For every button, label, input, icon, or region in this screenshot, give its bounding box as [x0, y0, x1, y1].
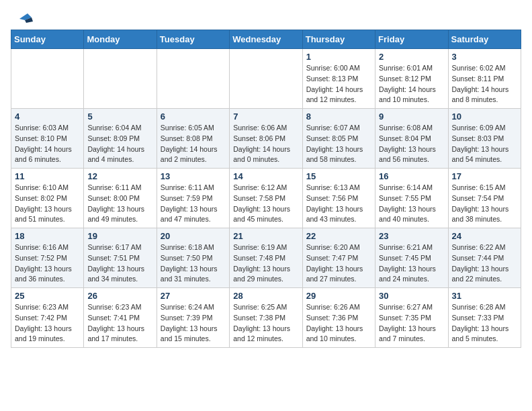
day-header-sunday: Sunday [11, 30, 84, 49]
calendar-cell: 5Sunrise: 6:04 AMSunset: 8:09 PMDaylight… [84, 109, 157, 169]
day-number: 10 [452, 111, 517, 122]
calendar-cell: 17Sunrise: 6:15 AMSunset: 7:54 PMDayligh… [448, 169, 521, 228]
calendar-cell: 1Sunrise: 6:00 AMSunset: 8:13 PMDaylight… [302, 49, 375, 109]
day-info: Sunrise: 6:11 AMSunset: 8:00 PMDaylight:… [87, 183, 152, 225]
logo [11, 11, 33, 23]
day-info: Sunrise: 6:12 AMSunset: 7:58 PMDaylight:… [233, 183, 298, 225]
calendar-cell: 28Sunrise: 6:25 AMSunset: 7:38 PMDayligh… [230, 288, 302, 348]
day-header-monday: Monday [84, 30, 157, 49]
calendar-week-row: 1Sunrise: 6:00 AMSunset: 8:13 PMDaylight… [11, 49, 521, 109]
day-header-saturday: Saturday [448, 30, 521, 49]
calendar-week-row: 25Sunrise: 6:23 AMSunset: 7:42 PMDayligh… [11, 288, 521, 348]
day-info: Sunrise: 6:25 AMSunset: 7:38 PMDaylight:… [233, 302, 298, 345]
day-header-thursday: Thursday [302, 30, 375, 49]
day-info: Sunrise: 6:23 AMSunset: 7:41 PMDaylight:… [87, 302, 152, 345]
calendar-cell: 27Sunrise: 6:24 AMSunset: 7:39 PMDayligh… [157, 288, 229, 348]
calendar-cell: 2Sunrise: 6:01 AMSunset: 8:12 PMDaylight… [375, 49, 448, 109]
calendar-cell: 3Sunrise: 6:02 AMSunset: 8:11 PMDaylight… [448, 49, 521, 109]
day-number: 25 [15, 291, 80, 301]
day-number: 26 [87, 291, 152, 301]
calendar-cell: 12Sunrise: 6:11 AMSunset: 8:00 PMDayligh… [84, 169, 157, 228]
calendar-week-row: 4Sunrise: 6:03 AMSunset: 8:10 PMDaylight… [11, 109, 521, 169]
day-number: 21 [233, 231, 298, 241]
day-info: Sunrise: 6:01 AMSunset: 8:12 PMDaylight:… [379, 63, 444, 105]
day-number: 27 [161, 291, 226, 301]
day-info: Sunrise: 6:09 AMSunset: 8:03 PMDaylight:… [452, 123, 517, 165]
day-number: 7 [233, 111, 298, 122]
day-number: 9 [379, 111, 444, 122]
day-number: 18 [15, 231, 80, 241]
day-number: 29 [306, 291, 371, 301]
day-number: 28 [233, 291, 298, 301]
calendar-cell [84, 49, 157, 109]
calendar-cell: 7Sunrise: 6:06 AMSunset: 8:06 PMDaylight… [230, 109, 302, 169]
calendar-cell: 26Sunrise: 6:23 AMSunset: 7:41 PMDayligh… [84, 288, 157, 348]
calendar-cell: 18Sunrise: 6:16 AMSunset: 7:52 PMDayligh… [11, 228, 84, 288]
day-info: Sunrise: 6:24 AMSunset: 7:39 PMDaylight:… [161, 302, 226, 345]
day-number: 14 [233, 171, 298, 181]
calendar-cell: 9Sunrise: 6:08 AMSunset: 8:04 PMDaylight… [375, 109, 448, 169]
day-info: Sunrise: 6:14 AMSunset: 7:55 PMDaylight:… [379, 183, 444, 225]
day-info: Sunrise: 6:26 AMSunset: 7:36 PMDaylight:… [306, 302, 371, 345]
calendar-cell: 19Sunrise: 6:17 AMSunset: 7:51 PMDayligh… [84, 228, 157, 288]
calendar-cell: 8Sunrise: 6:07 AMSunset: 8:05 PMDaylight… [302, 109, 375, 169]
day-number: 13 [161, 171, 226, 181]
day-info: Sunrise: 6:07 AMSunset: 8:05 PMDaylight:… [306, 123, 371, 165]
calendar-cell: 29Sunrise: 6:26 AMSunset: 7:36 PMDayligh… [302, 288, 375, 348]
day-number: 8 [306, 111, 371, 122]
day-number: 15 [306, 171, 371, 181]
calendar-week-row: 11Sunrise: 6:10 AMSunset: 8:02 PMDayligh… [11, 169, 521, 228]
calendar-cell: 20Sunrise: 6:18 AMSunset: 7:50 PMDayligh… [157, 228, 229, 288]
day-info: Sunrise: 6:00 AMSunset: 8:13 PMDaylight:… [306, 63, 371, 105]
calendar-cell: 6Sunrise: 6:05 AMSunset: 8:08 PMDaylight… [157, 109, 229, 169]
day-number: 31 [452, 291, 517, 301]
calendar-cell: 14Sunrise: 6:12 AMSunset: 7:58 PMDayligh… [230, 169, 302, 228]
day-info: Sunrise: 6:17 AMSunset: 7:51 PMDaylight:… [87, 242, 152, 285]
day-number: 11 [15, 171, 80, 181]
day-info: Sunrise: 6:21 AMSunset: 7:45 PMDaylight:… [379, 242, 444, 285]
day-info: Sunrise: 6:19 AMSunset: 7:48 PMDaylight:… [233, 242, 298, 285]
calendar-cell: 13Sunrise: 6:11 AMSunset: 7:59 PMDayligh… [157, 169, 229, 228]
day-info: Sunrise: 6:18 AMSunset: 7:50 PMDaylight:… [161, 242, 226, 285]
page-header [11, 11, 521, 23]
calendar-cell: 16Sunrise: 6:14 AMSunset: 7:55 PMDayligh… [375, 169, 448, 228]
day-number: 3 [452, 52, 517, 62]
day-number: 24 [452, 231, 517, 241]
calendar-cell: 4Sunrise: 6:03 AMSunset: 8:10 PMDaylight… [11, 109, 84, 169]
day-info: Sunrise: 6:11 AMSunset: 7:59 PMDaylight:… [161, 183, 226, 225]
day-info: Sunrise: 6:20 AMSunset: 7:47 PMDaylight:… [306, 242, 371, 285]
day-number: 30 [379, 291, 444, 301]
day-info: Sunrise: 6:10 AMSunset: 8:02 PMDaylight:… [15, 183, 80, 225]
day-number: 4 [15, 111, 80, 122]
day-number: 2 [379, 52, 444, 62]
calendar-cell: 22Sunrise: 6:20 AMSunset: 7:47 PMDayligh… [302, 228, 375, 288]
calendar-cell: 30Sunrise: 6:27 AMSunset: 7:35 PMDayligh… [375, 288, 448, 348]
day-info: Sunrise: 6:06 AMSunset: 8:06 PMDaylight:… [233, 123, 298, 165]
calendar-cell: 10Sunrise: 6:09 AMSunset: 8:03 PMDayligh… [448, 109, 521, 169]
calendar-cell: 11Sunrise: 6:10 AMSunset: 8:02 PMDayligh… [11, 169, 84, 228]
day-info: Sunrise: 6:03 AMSunset: 8:10 PMDaylight:… [15, 123, 80, 165]
calendar-cell [11, 49, 84, 109]
day-info: Sunrise: 6:23 AMSunset: 7:42 PMDaylight:… [15, 302, 80, 345]
logo-bird-icon [13, 11, 33, 26]
day-info: Sunrise: 6:13 AMSunset: 7:56 PMDaylight:… [306, 183, 371, 225]
day-info: Sunrise: 6:08 AMSunset: 8:04 PMDaylight:… [379, 123, 444, 165]
day-number: 6 [161, 111, 226, 122]
day-info: Sunrise: 6:02 AMSunset: 8:11 PMDaylight:… [452, 63, 517, 105]
calendar-cell [157, 49, 229, 109]
day-info: Sunrise: 6:28 AMSunset: 7:33 PMDaylight:… [452, 302, 517, 345]
day-header-wednesday: Wednesday [230, 30, 302, 49]
day-header-tuesday: Tuesday [157, 30, 229, 49]
calendar-cell: 23Sunrise: 6:21 AMSunset: 7:45 PMDayligh… [375, 228, 448, 288]
calendar-cell [230, 49, 302, 109]
calendar-week-row: 18Sunrise: 6:16 AMSunset: 7:52 PMDayligh… [11, 228, 521, 288]
day-number: 22 [306, 231, 371, 241]
day-info: Sunrise: 6:04 AMSunset: 8:09 PMDaylight:… [87, 123, 152, 165]
calendar-cell: 31Sunrise: 6:28 AMSunset: 7:33 PMDayligh… [448, 288, 521, 348]
day-info: Sunrise: 6:15 AMSunset: 7:54 PMDaylight:… [452, 183, 517, 225]
day-number: 20 [161, 231, 226, 241]
day-info: Sunrise: 6:22 AMSunset: 7:44 PMDaylight:… [452, 242, 517, 285]
day-number: 23 [379, 231, 444, 241]
day-header-friday: Friday [375, 30, 448, 49]
day-number: 12 [87, 171, 152, 181]
